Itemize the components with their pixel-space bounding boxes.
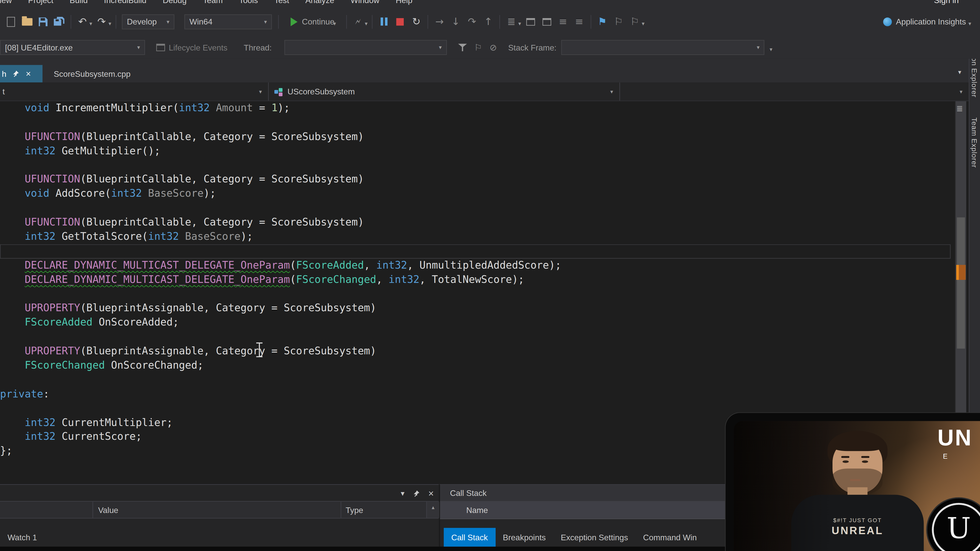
code-line[interactable]	[0, 287, 951, 301]
menu-item-team[interactable]: Team	[195, 0, 231, 7]
redo-dropdown-icon[interactable]: ▾	[108, 21, 111, 27]
tab-list-dropdown-icon[interactable]: ▾	[958, 68, 961, 76]
menu-item-tools[interactable]: Tools	[231, 0, 266, 7]
solution-config-value: Develop	[127, 17, 157, 26]
menu-item-test[interactable]: Test	[266, 0, 298, 7]
rail-tab-solution-explorer[interactable]: Solution Explorer	[970, 59, 978, 97]
sign-in-link[interactable]: Sign in	[934, 0, 959, 7]
bookmark-icon[interactable]: ⚑	[594, 14, 611, 30]
open-folder-icon[interactable]	[19, 14, 35, 30]
code-line[interactable]: UPROPERTY(BlueprintAssignable, Category …	[0, 302, 951, 316]
new-file-icon[interactable]	[3, 14, 19, 30]
menu-item-analyze[interactable]: Analyze	[298, 0, 342, 7]
solution-config-dropdown[interactable]: Develop ▾	[122, 14, 175, 29]
code-line[interactable]: UFUNCTION(BlueprintCallable, Category = …	[0, 130, 951, 144]
uncomment-icon[interactable]: ≡	[571, 14, 587, 30]
code-line[interactable]: FScoreChanged OnScoreChanged;	[0, 359, 951, 373]
save-all-icon[interactable]	[51, 14, 68, 30]
close-icon[interactable]: ×	[428, 488, 434, 499]
watch-scrollbar[interactable]: ▴	[426, 502, 439, 518]
thread-dropdown[interactable]: ▾	[284, 40, 447, 55]
flag-threads-icon[interactable]: ⚐	[474, 43, 482, 52]
code-line[interactable]	[0, 159, 951, 173]
code-line[interactable]: DECLARE_DYNAMIC_MULTICAST_DELEGATE_OnePa…	[0, 259, 951, 273]
code-line[interactable]: private:	[0, 387, 951, 402]
suppress-icon[interactable]: ⊘	[490, 43, 497, 52]
tool-tab-exception-settings[interactable]: Exception Settings	[553, 528, 636, 546]
filter-threads-icon[interactable]	[458, 43, 466, 52]
menu-item-help[interactable]: Help	[388, 0, 421, 7]
scroll-up-icon[interactable]: ▴	[432, 504, 434, 510]
document-outline-icon[interactable]: ≣	[956, 104, 963, 113]
tool-tab-breakpoints[interactable]: Breakpoints	[495, 528, 553, 546]
pin-icon[interactable]	[12, 70, 19, 77]
code-line[interactable]	[0, 330, 951, 345]
code-line[interactable]: UFUNCTION(BlueprintCallable, Category = …	[0, 216, 951, 230]
code-line[interactable]	[0, 373, 951, 387]
tab-scoresubsystem-h[interactable]: h ×	[0, 65, 43, 83]
pause-icon[interactable]	[375, 14, 392, 30]
hot-reload-icon[interactable]: 🗲	[350, 14, 366, 30]
menu-item-debug[interactable]: Debug	[155, 0, 195, 7]
member-dropdown[interactable]: ▾	[620, 83, 969, 100]
window-position-dropdown-icon[interactable]: ▾	[401, 489, 404, 497]
code-line[interactable]: UFUNCTION(BlueprintCallable, Category = …	[0, 173, 951, 187]
code-line[interactable]	[0, 244, 951, 259]
continue-button[interactable]: Continue ▾	[291, 17, 337, 27]
menu-item-view[interactable]: View	[0, 0, 20, 7]
tool-tab-call-stack[interactable]: Call Stack	[444, 528, 495, 546]
save-icon[interactable]	[35, 14, 51, 30]
code-line[interactable]	[0, 116, 951, 130]
undo-icon[interactable]: ↶	[74, 14, 91, 30]
undo-dropdown-icon[interactable]: ▾	[89, 21, 92, 27]
column-header-value[interactable]: Value	[98, 505, 118, 515]
code-line[interactable]: int32 GetTotalScore(int32 BaseScore);	[0, 230, 951, 244]
scrollbar-thumb[interactable]	[957, 218, 965, 348]
next-bookmark-icon[interactable]: ⚐	[627, 14, 643, 30]
type-dropdown[interactable]: UScoreSubsystem ▾	[269, 83, 620, 100]
rail-tab-team-explorer[interactable]: Team Explorer	[970, 118, 978, 168]
code-line[interactable]: void IncrementMultiplier(int32 Amount = …	[0, 101, 951, 116]
tool-tab-command-win[interactable]: Command Win	[635, 528, 704, 546]
step-out-icon[interactable]: ↑	[480, 14, 496, 30]
breakpoints-window-icon[interactable]	[522, 14, 539, 30]
toolbar-overflow-icon[interactable]: ▾	[770, 46, 773, 52]
immediate-window-icon[interactable]	[538, 14, 555, 30]
debug-windows-icon[interactable]: ≣	[503, 14, 520, 30]
code-line[interactable]: FScoreAdded OnScoreAdded;	[0, 316, 951, 330]
code-line[interactable]: UPROPERTY(BlueprintAssignable, Category …	[0, 345, 951, 359]
step-over-icon[interactable]: ↷	[464, 14, 480, 30]
column-header-type[interactable]: Type	[345, 505, 363, 515]
chevron-down-icon[interactable]: ▾	[969, 21, 971, 27]
code-line[interactable]	[0, 201, 951, 216]
platform-dropdown[interactable]: Win64 ▾	[185, 14, 272, 29]
pin-icon[interactable]	[413, 489, 420, 497]
menu-item-window[interactable]: Window	[342, 0, 388, 7]
scope-dropdown[interactable]: t ▾	[0, 83, 269, 100]
chevron-down-icon[interactable]: ▾	[518, 21, 521, 27]
code-line[interactable]: DECLARE_DYNAMIC_MULTICAST_DELEGATE_OnePa…	[0, 273, 951, 287]
stack-frame-dropdown[interactable]: ▾	[562, 40, 765, 55]
menu-item-project[interactable]: Project	[20, 0, 62, 7]
unreal-logo-subtext: E	[943, 452, 948, 460]
comment-icon[interactable]: ≡	[555, 14, 571, 30]
chevron-down-icon[interactable]: ▾	[365, 21, 368, 27]
code-line[interactable]: void AddScore(int32 BaseScore);	[0, 187, 951, 201]
tool-tab-watch-1[interactable]: Watch 1	[0, 528, 45, 546]
close-icon[interactable]: ×	[26, 68, 31, 79]
step-into-icon[interactable]: ↓	[448, 14, 464, 30]
watch-titlebar: ▾ ×	[0, 485, 439, 501]
menu-item-incredibuild[interactable]: IncrediBuild	[96, 0, 155, 7]
code-line[interactable]: int32 GetMultiplier();	[0, 144, 951, 159]
show-next-statement-icon[interactable]: →	[431, 14, 448, 30]
column-header-name[interactable]: Name	[440, 505, 488, 514]
menu-item-build[interactable]: Build	[62, 0, 96, 7]
stop-icon[interactable]	[392, 14, 408, 30]
chevron-down-icon[interactable]: ▾	[641, 21, 644, 27]
redo-icon[interactable]: ↷	[94, 14, 110, 30]
process-dropdown[interactable]: [08] UE4Editor.exe ▾	[0, 40, 145, 55]
restart-icon[interactable]: ↻	[408, 14, 425, 30]
tab-scoresubsystem-cpp[interactable]: ScoreSubsystem.cpp	[45, 65, 139, 83]
application-insights-label[interactable]: Application Insights	[896, 17, 966, 26]
previous-bookmark-icon[interactable]: ⚐	[611, 14, 627, 30]
